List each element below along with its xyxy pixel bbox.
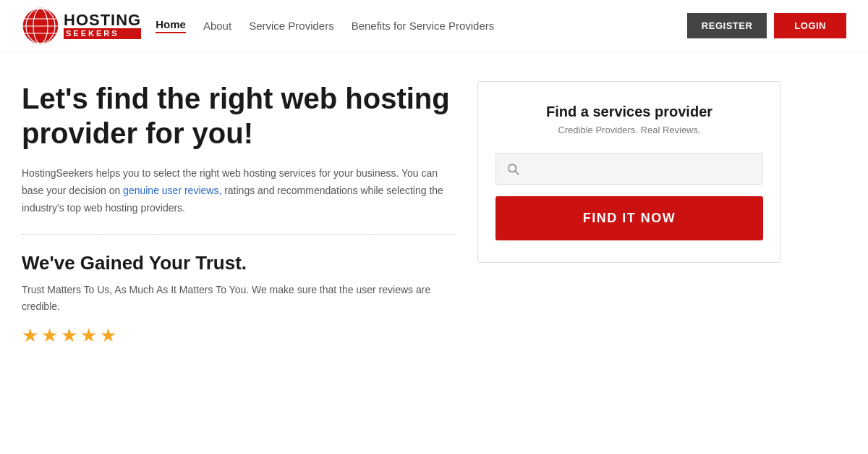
nav-service-providers[interactable]: Service Providers <box>249 20 334 32</box>
hero-title: Let's find the right web hosting provide… <box>22 81 456 151</box>
search-input[interactable] <box>525 163 752 175</box>
globe-icon <box>22 7 59 45</box>
star-1: ★ <box>22 324 38 347</box>
login-button[interactable]: LOGIN <box>774 13 846 38</box>
star-2: ★ <box>41 324 58 347</box>
star-5: ★ <box>100 324 116 347</box>
find-it-now-button[interactable]: FIND IT NOW <box>495 196 763 240</box>
card-subtitle: Credible Providers. Real Reviews. <box>495 125 763 135</box>
logo[interactable]: HOSTING SEEKERS <box>22 7 141 45</box>
logo-seekers: SEEKERS <box>64 28 141 39</box>
card-title: Find a services provider <box>495 104 763 120</box>
svg-line-8 <box>515 171 518 174</box>
section-divider <box>22 234 456 235</box>
main-content: Let's find the right web hosting provide… <box>0 52 868 376</box>
header-actions: REGISTER LOGIN <box>687 13 846 38</box>
main-nav: Home About Service Providers Benefits fo… <box>156 18 687 33</box>
hero-description: HostingSeekers helps you to select the r… <box>22 165 456 217</box>
trust-title: We've Gained Your Trust. <box>22 252 456 274</box>
logo-text: HOSTING SEEKERS <box>64 12 141 39</box>
nav-about[interactable]: About <box>203 20 231 32</box>
search-card: Find a services provider Credible Provid… <box>477 81 781 263</box>
right-column: Find a services provider Credible Provid… <box>477 81 781 347</box>
trust-description: Trust Matters To Us, As Much As It Matte… <box>22 282 456 314</box>
star-3: ★ <box>61 324 77 347</box>
logo-hosting: HOSTING <box>64 12 141 28</box>
register-button[interactable]: REGISTER <box>687 13 767 38</box>
search-box <box>495 153 763 185</box>
star-rating: ★ ★ ★ ★ ★ <box>22 324 456 347</box>
nav-benefits[interactable]: Benefits for Service Providers <box>352 20 495 32</box>
left-column: Let's find the right web hosting provide… <box>22 81 456 347</box>
search-icon <box>506 162 519 175</box>
nav-home[interactable]: Home <box>156 18 186 33</box>
star-4: ★ <box>80 324 97 347</box>
